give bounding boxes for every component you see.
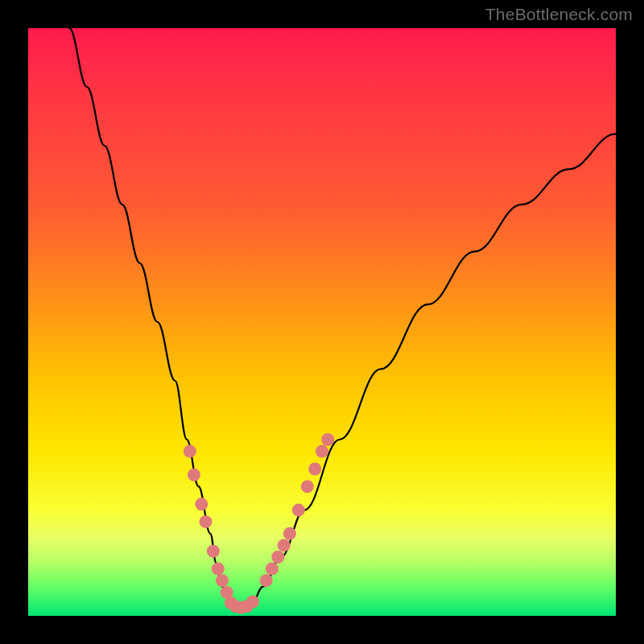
- data-marker: [216, 574, 229, 587]
- data-marker: [260, 574, 273, 587]
- data-marker: [200, 515, 213, 528]
- data-marker: [321, 433, 334, 446]
- data-marker: [195, 497, 208, 510]
- chart-container: TheBottleneck.com: [0, 0, 644, 644]
- data-marker: [316, 445, 328, 458]
- data-markers: [184, 433, 334, 614]
- data-marker: [207, 545, 220, 558]
- data-marker: [184, 445, 196, 458]
- data-marker: [308, 463, 321, 476]
- data-marker: [271, 551, 284, 564]
- data-marker: [266, 563, 279, 576]
- data-marker: [301, 480, 314, 493]
- data-marker: [212, 563, 225, 576]
- data-marker: [188, 469, 200, 481]
- watermark-text: TheBottleneck.com: [485, 5, 633, 24]
- data-marker: [283, 527, 296, 540]
- plot-area: [28, 28, 616, 616]
- data-marker: [278, 539, 291, 551]
- data-marker: [246, 596, 259, 609]
- data-marker: [292, 504, 305, 517]
- curve-svg: [28, 28, 616, 616]
- bottleneck-curve: [69, 28, 616, 610]
